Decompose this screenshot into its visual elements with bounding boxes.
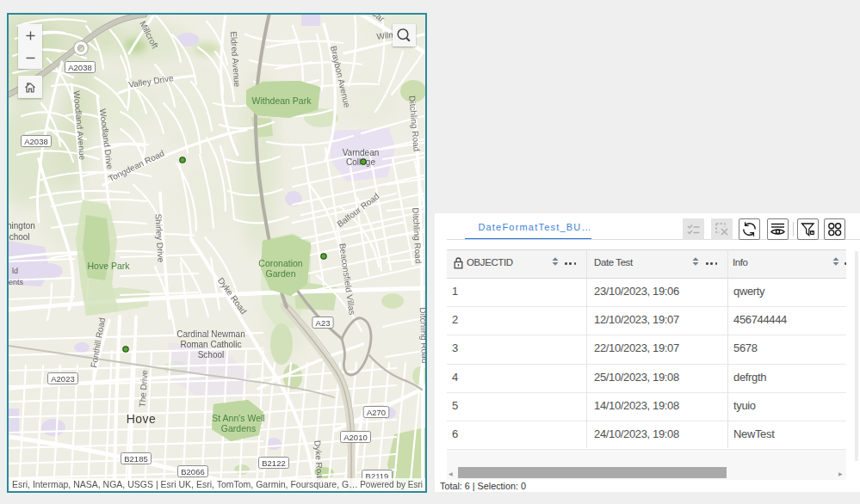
svg-text:Coronation: Coronation	[258, 258, 303, 268]
svg-text:Hove Park: Hove Park	[87, 261, 130, 271]
svg-text:Roman Catholic: Roman Catholic	[180, 340, 241, 349]
svg-text:School: School	[198, 350, 225, 360]
svg-text:A270: A270	[367, 408, 386, 417]
svg-text:A2010: A2010	[343, 433, 367, 442]
svg-text:Garden: Garden	[265, 268, 295, 279]
svg-text:A2023: A2023	[51, 374, 74, 384]
svg-text:A2038: A2038	[24, 137, 47, 146]
svg-text:Gardens: Gardens	[221, 423, 256, 433]
svg-text:B2122: B2122	[262, 458, 285, 468]
svg-text:B2185: B2185	[124, 454, 147, 464]
svg-text:A2038: A2038	[68, 63, 91, 72]
svg-text:Cardinal Newman: Cardinal Newman	[176, 329, 244, 339]
svg-text:B2066: B2066	[181, 467, 204, 476]
svg-text:Withdean Park: Withdean Park	[252, 95, 312, 106]
svg-text:A23: A23	[316, 318, 331, 328]
svg-text:ld: ld	[12, 267, 18, 275]
svg-text:Varndean: Varndean	[343, 148, 380, 157]
svg-text:School: School	[9, 232, 30, 242]
svg-text:hington: hington	[9, 221, 35, 230]
svg-text:St Ann's Well: St Ann's Well	[212, 413, 264, 423]
svg-text:ents: ents	[9, 278, 24, 286]
svg-text:Hove: Hove	[127, 412, 157, 426]
